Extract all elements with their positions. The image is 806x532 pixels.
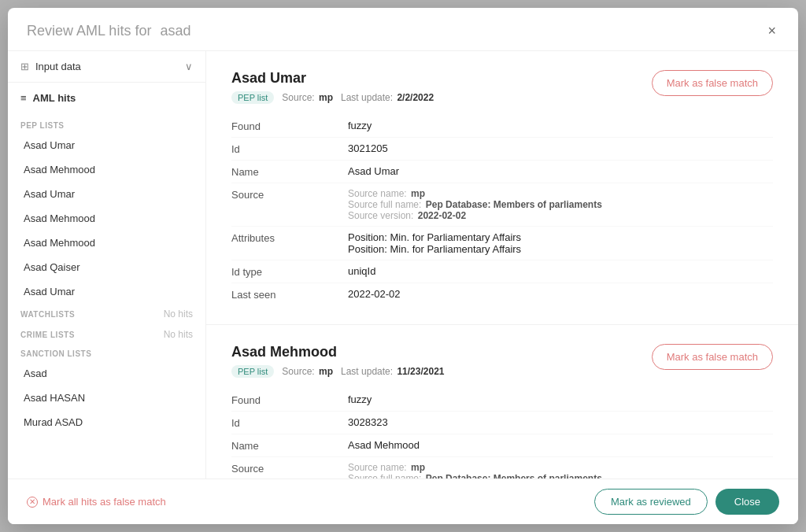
source-meta-2: Source: mp <box>282 366 333 377</box>
detail-row-name: Name Asad Umar <box>231 161 773 183</box>
list-item[interactable]: Asad Mehmood <box>11 158 202 181</box>
source-label: Source: <box>282 92 314 103</box>
modal-footer: ✕ Mark all hits as false match Mark as r… <box>8 478 798 524</box>
modal-header: Review AML hits for asad × <box>8 8 798 51</box>
found-label: Found <box>231 120 342 132</box>
name-label: Name <box>231 165 342 178</box>
input-data-label: Input data <box>35 61 81 72</box>
last-update-value-2: 11/23/2021 <box>397 366 444 377</box>
last-seen-value: 2022-02-02 <box>348 288 773 300</box>
false-match-button-2[interactable]: Mark as false match <box>652 344 773 370</box>
id-label-2: Id <box>231 416 342 429</box>
input-data-button[interactable]: ⊞ Input data ∨ <box>20 61 193 72</box>
mark-all-label: Mark all hits as false match <box>43 496 166 508</box>
crime-lists-section: CRIME LISTS No hits <box>8 324 205 345</box>
false-match-button-1[interactable]: Mark as false match <box>652 70 773 96</box>
detail-row-id-type: Id type uniqId <box>231 260 773 283</box>
id-type-label: Id type <box>231 265 342 278</box>
list-item[interactable]: Asad Mehmood <box>11 207 202 230</box>
hit-meta: PEP list Source: mp Last update: 2/2/202… <box>231 91 434 104</box>
source-name-sub-2: Source name: mp <box>348 462 773 473</box>
source-version-sub: Source version: 2022-02-02 <box>348 210 773 221</box>
title-text: Review AML hits for <box>27 23 151 39</box>
close-action-button[interactable]: Close <box>715 489 779 515</box>
chevron-down-icon: ∨ <box>185 61 193 72</box>
list-item[interactable]: Asad <box>11 362 202 385</box>
mark-reviewed-button[interactable]: Mark as reviewed <box>594 489 708 515</box>
hit-header: Asad Umar PEP list Source: mp Last updat… <box>231 70 773 104</box>
modal: Review AML hits for asad × ⊞ Input data … <box>8 8 798 524</box>
list-item[interactable]: Asad HASAN <box>11 386 202 409</box>
sanction-lists-label: SANCTION LISTS <box>8 345 205 361</box>
list-item[interactable]: Asad Umar <box>11 280 202 303</box>
source-meta: Source: mp <box>282 92 333 103</box>
close-icon[interactable]: × <box>764 22 779 39</box>
footer-actions: Mark as reviewed Close <box>594 489 779 515</box>
crime-lists-no-hits: No hits <box>164 329 193 340</box>
source-value-field-2: Source name: mp Source full name: Pep Da… <box>348 462 773 478</box>
source-value-field: Source name: mp Source full name: Pep Da… <box>348 188 773 221</box>
sidebar: ⊞ Input data ∨ ≡ AML hits PEP LISTS Asad… <box>8 51 206 478</box>
detail-row-source: Source Source name: mp Source full name:… <box>231 183 773 227</box>
detail-row-found-2: Found fuzzy <box>231 389 773 412</box>
list-item[interactable]: Asad Umar <box>11 183 202 205</box>
hit-details-2: Found fuzzy Id 3028323 Name Asad Mehmood… <box>231 389 773 478</box>
name-value-2: Asad Mehmood <box>348 439 773 451</box>
source-value-2: mp <box>319 366 333 377</box>
found-value-2: fuzzy <box>348 393 773 405</box>
hit-info: Asad Umar PEP list Source: mp Last updat… <box>231 70 434 104</box>
detail-row-id: Id 3021205 <box>231 138 773 161</box>
mark-all-false-match-button[interactable]: ✕ Mark all hits as false match <box>27 496 166 508</box>
modal-title: Review AML hits for asad <box>27 23 190 39</box>
last-update-meta-2: Last update: 11/23/2021 <box>341 366 444 377</box>
pep-badge: PEP list <box>231 91 274 104</box>
aml-hits-icon: ≡ <box>20 92 27 104</box>
hit-meta-2: PEP list Source: mp Last update: 11/23/2… <box>231 365 444 378</box>
pep-lists-label: PEP LISTS <box>8 116 205 133</box>
hit-name: Asad Umar <box>231 70 434 87</box>
crime-lists-label: CRIME LISTS <box>20 331 75 339</box>
source-full-sub-2: Source full name: Pep Database: Members … <box>348 473 773 478</box>
hit-card-asad-umar: Asad Umar PEP list Source: mp Last updat… <box>206 51 798 325</box>
hit-details-1: Found fuzzy Id 3021205 Name Asad Umar So… <box>231 115 773 305</box>
source-value: mp <box>319 92 333 103</box>
list-item[interactable]: Asad Qaiser <box>11 256 202 279</box>
list-item[interactable]: Asad Umar <box>11 134 202 157</box>
hit-card-asad-mehmood: Asad Mehmood PEP list Source: mp Last up… <box>206 325 798 478</box>
watchlists-label: WATCHLISTS <box>20 310 75 319</box>
last-update-value: 2/2/2022 <box>397 92 434 103</box>
detail-row-last-seen: Last seen 2022-02-02 <box>231 283 773 305</box>
detail-row-source-2: Source Source name: mp Source full name:… <box>231 457 773 478</box>
source-label-field: Source <box>231 188 342 201</box>
list-item[interactable]: Asad Mehmood <box>11 231 202 254</box>
hit-name-2: Asad Mehmood <box>231 344 444 360</box>
source-label-2: Source: <box>282 366 314 377</box>
list-item[interactable]: Murad ASAD <box>11 411 202 434</box>
source-full-sub: Source full name: Pep Database: Members … <box>348 199 773 210</box>
last-update-meta: Last update: 2/2/2022 <box>341 92 434 103</box>
watchlists-section: WATCHLISTS No hits <box>8 304 205 324</box>
circle-x-icon: ✕ <box>27 497 38 508</box>
name-value: Asad Umar <box>348 165 773 177</box>
modal-body: ⊞ Input data ∨ ≡ AML hits PEP LISTS Asad… <box>8 51 798 478</box>
attr-2: Position: Min. for Parliamentary Affairs <box>348 243 773 255</box>
input-data-icon: ⊞ <box>20 61 29 72</box>
attr-1: Position: Min. for Parliamentary Affairs <box>348 231 773 243</box>
last-update-label: Last update: <box>341 92 393 103</box>
detail-row-name-2: Name Asad Mehmood <box>231 434 773 457</box>
input-data-section: ⊞ Input data ∨ <box>8 51 205 83</box>
attributes-value: Position: Min. for Parliamentary Affairs… <box>348 231 773 255</box>
last-seen-label: Last seen <box>231 288 342 301</box>
source-label-field-2: Source <box>231 462 342 475</box>
subject-text: asad <box>160 23 190 39</box>
hit-info-2: Asad Mehmood PEP list Source: mp Last up… <box>231 344 444 378</box>
source-name-sub: Source name: mp <box>348 188 773 199</box>
found-label-2: Found <box>231 393 342 406</box>
main-content: Asad Umar PEP list Source: mp Last updat… <box>206 51 798 478</box>
id-label: Id <box>231 142 342 155</box>
id-value: 3021205 <box>348 142 773 154</box>
watchlists-no-hits: No hits <box>164 308 193 320</box>
detail-row-id-2: Id 3028323 <box>231 412 773 434</box>
id-type-value: uniqId <box>348 265 773 277</box>
name-label-2: Name <box>231 439 342 452</box>
